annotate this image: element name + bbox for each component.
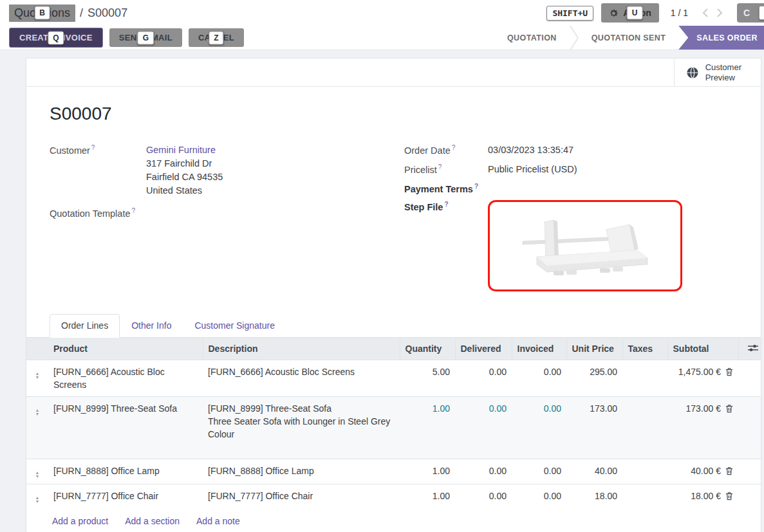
quotation-template-field-label: Quotation Template?	[50, 206, 135, 219]
add-a-section-link[interactable]: Add a section	[125, 516, 180, 526]
add-a-note-link[interactable]: Add a note	[196, 516, 240, 526]
cell-description[interactable]: [FURN_6666] Acoustic Bloc Screens	[203, 360, 400, 396]
record-title: S00007	[50, 104, 738, 124]
step-file-preview[interactable]	[488, 200, 682, 291]
drag-handle-icon[interactable]: ▲▼	[35, 469, 40, 479]
field-payment-terms: Payment Terms?	[404, 182, 738, 194]
header-taxes[interactable]: Taxes	[622, 338, 667, 360]
delete-row-icon[interactable]	[725, 466, 733, 475]
header-subtotal[interactable]: Subtotal	[667, 338, 738, 360]
cell-description[interactable]: [FURN_7777] Office Chair	[203, 484, 400, 509]
order-lines-table: Product Description Quantity Delivered I…	[26, 338, 761, 509]
cell-unit-price[interactable]: 173.00	[566, 396, 622, 459]
cell-product[interactable]: [FURN_8888] Office Lamp	[48, 459, 203, 484]
cell-subtotal: 18.00 €	[667, 484, 738, 509]
breadcrumb-separator: /	[80, 6, 83, 20]
drag-handle-icon[interactable]: ▲▼	[35, 407, 40, 416]
header-description[interactable]: Description	[203, 338, 400, 360]
cell-product[interactable]: [FURN_8999] Three-Seat Sofa	[48, 396, 203, 459]
field-step-file: Step File?	[404, 200, 738, 291]
header-unit-price[interactable]: Unit Price	[566, 338, 622, 360]
cell-taxes[interactable]	[622, 396, 667, 459]
order-date-field-label: Order Date?	[404, 143, 488, 156]
order-line-row[interactable]: ▲▼ [FURN_8888] Office Lamp [FURN_8888] O…	[26, 459, 761, 484]
cell-taxes[interactable]	[622, 459, 667, 484]
field-customer: Customer? Gemini Furniture 317 Fairchild…	[50, 143, 404, 197]
tab-other-info[interactable]: Other Info	[120, 314, 183, 337]
pager-previous-icon[interactable]	[702, 8, 708, 17]
hint-badge-action: U	[627, 6, 643, 20]
cell-quantity[interactable]: 1.00	[400, 396, 455, 459]
hint-badge-shift-u: SHIFT+U	[546, 6, 593, 21]
cell-invoiced[interactable]: 0.00	[512, 396, 566, 459]
field-grid: Customer? Gemini Furniture 317 Fairchild…	[50, 143, 738, 297]
create-invoice-button[interactable]: CREATE INVOICE Q	[9, 28, 103, 48]
record-action-buttons: CREATE INVOICE Q SEND EMAIL G CANCEL Z	[9, 26, 244, 50]
table-header-row: Product Description Quantity Delivered I…	[26, 338, 761, 360]
cell-description[interactable]: [FURN_8999] Three-Seat Sofa Three Seater…	[203, 396, 400, 459]
customer-field-value: Gemini Furniture 317 Fairchild Dr Fairfi…	[146, 143, 223, 197]
cancel-button[interactable]: CANCEL Z	[189, 28, 244, 47]
delete-row-icon[interactable]	[725, 491, 733, 500]
optional-columns-toggle[interactable]	[738, 338, 761, 360]
record-action-bar: CREATE INVOICE Q SEND EMAIL G CANCEL Z Q…	[0, 26, 764, 50]
cell-taxes[interactable]	[622, 360, 667, 396]
status-step-sales-order[interactable]: SALES ORDER	[678, 26, 764, 50]
status-bar: QUOTATION QUOTATION SENT SALES ORDER	[494, 26, 764, 50]
order-line-row[interactable]: ▲▼ [FURN_8999] Three-Seat Sofa [FURN_899…	[26, 396, 761, 459]
cell-taxes[interactable]	[622, 484, 667, 509]
create-button-clipped[interactable]: C	[737, 3, 764, 23]
cell-delivered[interactable]: 0.00	[455, 459, 512, 484]
cell-product[interactable]: [FURN_6666] Acoustic Bloc Screens	[48, 360, 203, 396]
delete-row-icon[interactable]	[725, 367, 733, 376]
customer-preview-button[interactable]: Customer Preview	[674, 59, 761, 86]
header-delivered[interactable]: Delivered	[455, 338, 512, 360]
hint-badge-cancel: Z	[209, 31, 223, 44]
header-product[interactable]: Product	[48, 338, 203, 360]
cell-invoiced[interactable]: 0.00	[512, 459, 566, 484]
cell-quantity[interactable]: 1.00	[400, 484, 455, 509]
cell-delivered[interactable]: 0.00	[455, 360, 512, 396]
field-pricelist: Pricelist? Public Pricelist (USD)	[404, 163, 738, 176]
pager-next-icon[interactable]	[717, 8, 723, 17]
pricelist-field-value[interactable]: Public Pricelist (USD)	[488, 163, 577, 176]
record-pager: 1 / 1	[671, 8, 688, 18]
tab-customer-signature[interactable]: Customer Signature	[183, 314, 286, 337]
globe-icon	[686, 66, 699, 79]
cell-delivered[interactable]: 0.00	[455, 484, 512, 509]
hint-badge-send-email: G	[138, 31, 154, 44]
cell-description[interactable]: [FURN_8888] Office Lamp	[203, 459, 400, 484]
help-icon: ?	[452, 144, 456, 151]
cell-unit-price[interactable]: 18.00	[566, 484, 622, 509]
cell-quantity[interactable]: 5.00	[400, 360, 455, 396]
action-menu-button[interactable]: Action U	[601, 3, 659, 23]
customer-address-line: Fairfield CA 94535	[146, 170, 223, 184]
pager-arrows	[702, 8, 723, 17]
add-a-product-link[interactable]: Add a product	[52, 516, 108, 526]
drag-handle-icon[interactable]: ▲▼	[35, 370, 40, 380]
top-navbar: Quotations B / S00007 SHIFT+U Action U 1…	[0, 0, 764, 26]
order-date-field-value[interactable]: 03/03/2023 13:35:47	[488, 143, 573, 157]
breadcrumb-quotations[interactable]: Quotations B	[9, 5, 75, 22]
help-icon: ?	[444, 201, 448, 208]
send-email-button[interactable]: SEND EMAIL G	[109, 28, 182, 47]
cell-invoiced[interactable]: 0.00	[512, 484, 566, 509]
order-line-row[interactable]: ▲▼ [FURN_6666] Acoustic Bloc Screens [FU…	[26, 360, 761, 396]
header-invoiced[interactable]: Invoiced	[512, 338, 566, 360]
cell-delivered[interactable]: 0.00	[455, 396, 512, 459]
tab-order-lines[interactable]: Order Lines	[50, 314, 120, 338]
customer-link[interactable]: Gemini Furniture	[146, 145, 216, 155]
cell-product[interactable]: [FURN_7777] Office Chair	[48, 484, 203, 509]
cell-quantity[interactable]: 1.00	[400, 459, 455, 484]
order-line-row[interactable]: ▲▼ [FURN_7777] Office Chair [FURN_7777] …	[26, 484, 761, 509]
header-quantity[interactable]: Quantity	[400, 338, 455, 360]
cell-invoiced[interactable]: 0.00	[512, 360, 566, 396]
cell-unit-price[interactable]: 295.00	[566, 360, 622, 396]
status-step-quotation-sent[interactable]: QUOTATION SENT	[579, 26, 679, 50]
drag-handle-icon[interactable]: ▲▼	[35, 494, 40, 504]
cell-unit-price[interactable]: 40.00	[566, 459, 622, 484]
field-column-left: Customer? Gemini Furniture 317 Fairchild…	[50, 143, 404, 297]
delete-row-icon[interactable]	[725, 404, 733, 413]
table-footer-links: Add a product Add a section Add a note	[26, 509, 761, 532]
status-step-quotation[interactable]: QUOTATION	[494, 26, 570, 50]
